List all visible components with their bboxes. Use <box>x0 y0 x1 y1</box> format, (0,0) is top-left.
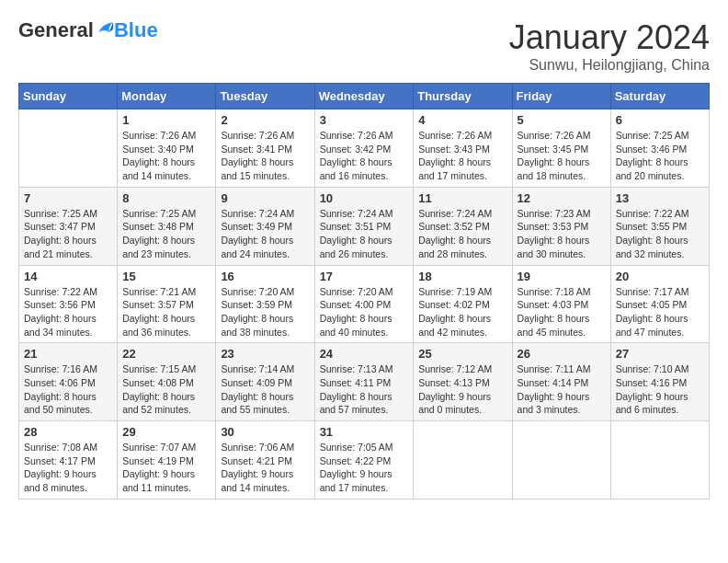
logo-bird-icon <box>96 19 114 38</box>
calendar-cell: 31Sunrise: 7:05 AM Sunset: 4:22 PM Dayli… <box>314 421 414 500</box>
day-number: 24 <box>320 347 409 361</box>
day-number: 6 <box>616 113 704 127</box>
day-info: Sunrise: 7:10 AM Sunset: 4:16 PM Dayligh… <box>616 362 704 417</box>
calendar-cell: 10Sunrise: 7:24 AM Sunset: 3:51 PM Dayli… <box>314 187 414 265</box>
day-number: 26 <box>518 347 606 361</box>
day-number: 31 <box>320 425 409 439</box>
calendar-week-row: 14Sunrise: 7:22 AM Sunset: 3:56 PM Dayli… <box>19 265 710 343</box>
weekday-header: Monday <box>118 84 216 109</box>
calendar-cell: 3Sunrise: 7:26 AM Sunset: 3:42 PM Daylig… <box>314 109 414 188</box>
calendar-cell: 16Sunrise: 7:20 AM Sunset: 3:59 PM Dayli… <box>216 265 314 343</box>
logo: General Blue <box>18 18 158 42</box>
calendar-cell: 27Sunrise: 7:10 AM Sunset: 4:16 PM Dayli… <box>610 343 709 421</box>
calendar-week-row: 1Sunrise: 7:26 AM Sunset: 3:40 PM Daylig… <box>19 109 710 188</box>
day-number: 29 <box>122 425 210 439</box>
day-number: 17 <box>320 270 409 283</box>
day-number: 9 <box>221 191 309 205</box>
calendar-cell: 25Sunrise: 7:12 AM Sunset: 4:13 PM Dayli… <box>414 343 512 421</box>
day-info: Sunrise: 7:05 AM Sunset: 4:22 PM Dayligh… <box>320 441 409 495</box>
day-info: Sunrise: 7:20 AM Sunset: 4:00 PM Dayligh… <box>320 285 409 339</box>
page-header: General Blue January 2024 Sunwu, Heilong… <box>18 18 710 74</box>
day-info: Sunrise: 7:07 AM Sunset: 4:19 PM Dayligh… <box>122 441 210 495</box>
day-info: Sunrise: 7:24 AM Sunset: 3:51 PM Dayligh… <box>320 207 409 261</box>
day-number: 23 <box>221 347 309 361</box>
calendar-cell <box>414 421 512 500</box>
calendar-cell: 9Sunrise: 7:24 AM Sunset: 3:49 PM Daylig… <box>216 187 314 265</box>
calendar-cell: 2Sunrise: 7:26 AM Sunset: 3:41 PM Daylig… <box>216 109 314 188</box>
calendar-cell: 21Sunrise: 7:16 AM Sunset: 4:06 PM Dayli… <box>19 343 118 421</box>
calendar-week-row: 21Sunrise: 7:16 AM Sunset: 4:06 PM Dayli… <box>19 343 710 421</box>
day-number: 21 <box>24 347 112 361</box>
calendar-cell: 30Sunrise: 7:06 AM Sunset: 4:21 PM Dayli… <box>216 421 314 500</box>
calendar-cell: 6Sunrise: 7:25 AM Sunset: 3:46 PM Daylig… <box>610 109 709 188</box>
calendar-cell <box>512 421 610 500</box>
calendar-week-row: 7Sunrise: 7:25 AM Sunset: 3:47 PM Daylig… <box>19 187 710 265</box>
day-number: 18 <box>418 270 506 283</box>
calendar-table: SundayMondayTuesdayWednesdayThursdayFrid… <box>18 83 710 500</box>
day-info: Sunrise: 7:24 AM Sunset: 3:49 PM Dayligh… <box>221 207 309 261</box>
calendar-cell: 26Sunrise: 7:11 AM Sunset: 4:14 PM Dayli… <box>512 343 610 421</box>
weekday-header: Sunday <box>19 84 118 109</box>
calendar-cell: 23Sunrise: 7:14 AM Sunset: 4:09 PM Dayli… <box>216 343 314 421</box>
calendar-cell: 4Sunrise: 7:26 AM Sunset: 3:43 PM Daylig… <box>414 109 512 188</box>
calendar-cell: 18Sunrise: 7:19 AM Sunset: 4:02 PM Dayli… <box>414 265 512 343</box>
calendar-header-row: SundayMondayTuesdayWednesdayThursdayFrid… <box>19 84 710 109</box>
weekday-header: Saturday <box>610 84 709 109</box>
day-info: Sunrise: 7:26 AM Sunset: 3:43 PM Dayligh… <box>418 129 506 183</box>
calendar-cell: 28Sunrise: 7:08 AM Sunset: 4:17 PM Dayli… <box>19 421 118 500</box>
logo-general: General <box>18 18 94 42</box>
day-number: 8 <box>122 191 210 205</box>
day-info: Sunrise: 7:22 AM Sunset: 3:56 PM Dayligh… <box>24 285 112 339</box>
calendar-cell: 17Sunrise: 7:20 AM Sunset: 4:00 PM Dayli… <box>314 265 414 343</box>
day-info: Sunrise: 7:16 AM Sunset: 4:06 PM Dayligh… <box>24 362 112 417</box>
day-number: 7 <box>24 191 112 205</box>
day-number: 25 <box>418 347 506 361</box>
calendar-cell: 11Sunrise: 7:24 AM Sunset: 3:52 PM Dayli… <box>414 187 512 265</box>
day-number: 2 <box>221 113 309 127</box>
day-number: 5 <box>518 113 606 127</box>
day-number: 10 <box>320 191 409 205</box>
day-info: Sunrise: 7:14 AM Sunset: 4:09 PM Dayligh… <box>221 362 309 417</box>
day-info: Sunrise: 7:15 AM Sunset: 4:08 PM Dayligh… <box>122 362 210 417</box>
weekday-header: Friday <box>512 84 610 109</box>
month-title: January 2024 <box>509 18 710 57</box>
day-info: Sunrise: 7:25 AM Sunset: 3:46 PM Dayligh… <box>616 129 704 183</box>
day-number: 20 <box>616 270 704 283</box>
day-number: 15 <box>122 270 210 283</box>
calendar-cell: 7Sunrise: 7:25 AM Sunset: 3:47 PM Daylig… <box>19 187 118 265</box>
day-info: Sunrise: 7:25 AM Sunset: 3:48 PM Dayligh… <box>122 207 210 261</box>
day-number: 19 <box>518 270 606 283</box>
day-info: Sunrise: 7:21 AM Sunset: 3:57 PM Dayligh… <box>122 285 210 339</box>
day-info: Sunrise: 7:13 AM Sunset: 4:11 PM Dayligh… <box>320 362 409 417</box>
day-info: Sunrise: 7:26 AM Sunset: 3:40 PM Dayligh… <box>122 129 210 183</box>
day-info: Sunrise: 7:18 AM Sunset: 4:03 PM Dayligh… <box>518 285 606 339</box>
day-info: Sunrise: 7:26 AM Sunset: 3:45 PM Dayligh… <box>518 129 606 183</box>
day-info: Sunrise: 7:08 AM Sunset: 4:17 PM Dayligh… <box>24 441 112 495</box>
calendar-cell <box>19 109 118 188</box>
day-info: Sunrise: 7:11 AM Sunset: 4:14 PM Dayligh… <box>518 362 606 417</box>
day-number: 4 <box>418 113 506 127</box>
day-info: Sunrise: 7:19 AM Sunset: 4:02 PM Dayligh… <box>418 285 506 339</box>
day-info: Sunrise: 7:26 AM Sunset: 3:41 PM Dayligh… <box>221 129 309 183</box>
calendar-cell: 12Sunrise: 7:23 AM Sunset: 3:53 PM Dayli… <box>512 187 610 265</box>
calendar-cell: 22Sunrise: 7:15 AM Sunset: 4:08 PM Dayli… <box>118 343 216 421</box>
day-number: 27 <box>616 347 704 361</box>
day-info: Sunrise: 7:12 AM Sunset: 4:13 PM Dayligh… <box>418 362 506 417</box>
day-number: 30 <box>221 425 309 439</box>
calendar-cell: 15Sunrise: 7:21 AM Sunset: 3:57 PM Dayli… <box>118 265 216 343</box>
weekday-header: Tuesday <box>216 84 314 109</box>
day-number: 12 <box>518 191 606 205</box>
title-area: January 2024 Sunwu, Heilongjiang, China <box>509 18 710 74</box>
calendar-cell: 8Sunrise: 7:25 AM Sunset: 3:48 PM Daylig… <box>118 187 216 265</box>
logo-blue: Blue <box>114 18 158 42</box>
day-number: 14 <box>24 270 112 283</box>
day-info: Sunrise: 7:17 AM Sunset: 4:05 PM Dayligh… <box>616 285 704 339</box>
day-number: 13 <box>616 191 704 205</box>
day-info: Sunrise: 7:24 AM Sunset: 3:52 PM Dayligh… <box>418 207 506 261</box>
day-info: Sunrise: 7:23 AM Sunset: 3:53 PM Dayligh… <box>518 207 606 261</box>
calendar-cell: 14Sunrise: 7:22 AM Sunset: 3:56 PM Dayli… <box>19 265 118 343</box>
day-number: 3 <box>320 113 409 127</box>
day-number: 16 <box>221 270 309 283</box>
day-info: Sunrise: 7:22 AM Sunset: 3:55 PM Dayligh… <box>616 207 704 261</box>
weekday-header: Wednesday <box>314 84 414 109</box>
